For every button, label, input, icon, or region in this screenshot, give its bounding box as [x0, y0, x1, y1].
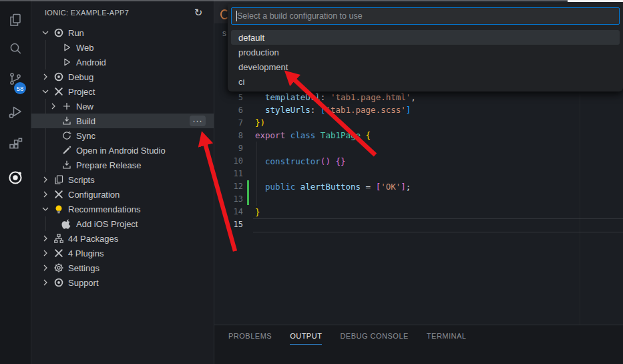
code-line: constructor() {}	[255, 156, 346, 166]
line-number: 6	[214, 106, 243, 115]
chevron-right-icon[interactable]	[40, 262, 51, 273]
breadcrumb-fragment: s	[222, 29, 226, 38]
chevron-down-icon[interactable]	[40, 86, 51, 97]
window-top-edge-light	[568, 0, 623, 2]
quickpick-option-ci[interactable]: ci	[231, 74, 620, 89]
quickpick-option-production[interactable]: production	[231, 45, 620, 59]
scm-badge: 58	[14, 82, 26, 94]
sidebar-item-web[interactable]: Web	[31, 40, 214, 55]
quickpick-widget: default production development ci	[228, 4, 623, 92]
sidebar-item-settings[interactable]: Settings	[31, 260, 214, 275]
plus-icon	[61, 101, 72, 112]
code-line: }	[255, 207, 260, 217]
tab-debug-console[interactable]: DEBUG CONSOLE	[340, 332, 408, 345]
tools-icon	[53, 248, 64, 258]
sidebar-item-sync[interactable]: Sync	[31, 128, 214, 143]
sidebar-item-recommendations[interactable]: Recommendations	[31, 202, 214, 216]
code-editor[interactable]: 5 templateUrl: 'tab1.page.html', 6 style…	[214, 91, 623, 231]
sidebar-item-build[interactable]: Build ···	[31, 114, 214, 128]
ionic-sidebar: IONIC: EXAMPLE-APP7 ↻ Run Web Android De…	[31, 0, 214, 364]
chevron-down-icon[interactable]	[40, 204, 51, 214]
quickpick-option-default[interactable]: default	[231, 30, 620, 45]
window-top-edge	[0, 0, 623, 1]
build-icon	[61, 116, 72, 126]
tools-icon	[53, 86, 64, 97]
tab-output[interactable]: OUTPUT	[290, 332, 322, 345]
quickpick-list: default production development ci	[231, 30, 620, 89]
chevron-right-icon[interactable]	[40, 233, 51, 244]
vscode-window: 58 IONIC: EXAMPLE-APP7 ↻ Run Web Android	[0, 0, 623, 364]
sidebar-item-packages[interactable]: 44 Packages	[31, 231, 214, 246]
text-cursor	[236, 11, 237, 21]
sidebar-item-debug[interactable]: Debug	[31, 69, 214, 84]
chevron-down-icon[interactable]	[40, 27, 51, 38]
tools-icon	[53, 189, 64, 200]
sidebar-item-prepare-release[interactable]: Prepare Release	[31, 158, 214, 172]
sidebar-item-new[interactable]: New	[31, 99, 214, 114]
ionic-icon[interactable]	[0, 164, 31, 191]
chevron-right-icon[interactable]	[40, 71, 51, 82]
lightbulb-icon	[53, 204, 64, 214]
code-line: })	[255, 118, 265, 128]
search-icon[interactable]	[0, 35, 31, 62]
run-icon	[53, 27, 64, 38]
tab-terminal[interactable]: TERMINAL	[427, 332, 467, 345]
code-line: templateUrl: 'tab1.page.html',	[255, 92, 416, 102]
code-line: export class Tab1Page {	[255, 130, 371, 140]
sidebar-item-support[interactable]: Support	[31, 275, 214, 290]
release-icon	[61, 160, 72, 170]
chevron-right-icon[interactable]	[40, 277, 51, 288]
quickpick-option-development[interactable]: development	[231, 59, 620, 74]
more-actions-button[interactable]: ···	[190, 116, 206, 126]
sidebar-item-scripts[interactable]: Scripts	[31, 172, 214, 187]
chevron-right-icon[interactable]	[40, 174, 51, 185]
play-icon	[61, 57, 72, 67]
sidebar-item-add-ios-project[interactable]: Add iOS Project	[31, 216, 214, 231]
tab-problems[interactable]: PROBLEMS	[228, 332, 272, 345]
active-line-number: 15	[214, 220, 243, 229]
chevron-right-icon[interactable]	[48, 101, 59, 112]
line-number: 11	[214, 169, 243, 178]
quickpick-input[interactable]	[231, 7, 620, 25]
bottom-panel: PROBLEMS OUTPUT DEBUG CONSOLE TERMINAL	[214, 325, 623, 364]
sidebar-item-android[interactable]: Android	[31, 55, 214, 69]
debug-icon	[53, 71, 64, 82]
sidebar-item-open-in-android-studio[interactable]: Open in Android Studio	[31, 143, 214, 158]
line-number: 10	[214, 156, 243, 166]
editor-area: s 5 templateUrl: 'tab1.page.html', 6 sty…	[214, 0, 623, 364]
run-and-debug-icon[interactable]	[0, 99, 31, 126]
code-line: public alertButtons = ['OK'];	[255, 182, 411, 192]
activity-bar: 58	[0, 0, 31, 364]
panel-tabs: PROBLEMS OUTPUT DEBUG CONSOLE TERMINAL	[214, 325, 623, 345]
support-icon	[53, 277, 64, 288]
hierarchy-icon	[53, 233, 64, 244]
apple-icon	[61, 218, 72, 229]
sync-icon	[61, 130, 72, 141]
explorer-icon[interactable]	[0, 7, 31, 33]
pencil-icon	[61, 145, 72, 156]
sidebar-item-project[interactable]: Project	[31, 84, 214, 99]
ionic-tree: Run Web Android Debug Project New	[31, 0, 214, 364]
sidebar-item-run[interactable]: Run	[31, 25, 214, 40]
line-number: 5	[214, 93, 243, 102]
gear-icon	[53, 262, 64, 273]
extensions-icon[interactable]	[0, 131, 31, 158]
line-number: 7	[214, 118, 243, 128]
line-number: 9	[214, 144, 243, 153]
files-icon	[53, 174, 64, 185]
code-line: styleUrls: ['tab1.page.scss']	[255, 105, 411, 115]
line-number: 8	[214, 131, 243, 140]
sidebar-item-plugins[interactable]: 4 Plugins	[31, 246, 214, 260]
line-number: 12	[214, 182, 243, 191]
line-number: 14	[214, 207, 243, 216]
line-number: 13	[214, 194, 243, 204]
chevron-right-icon[interactable]	[40, 248, 51, 258]
play-icon	[61, 42, 72, 53]
sidebar-item-configuration[interactable]: Configuration	[31, 187, 214, 202]
chevron-right-icon[interactable]	[40, 189, 51, 200]
